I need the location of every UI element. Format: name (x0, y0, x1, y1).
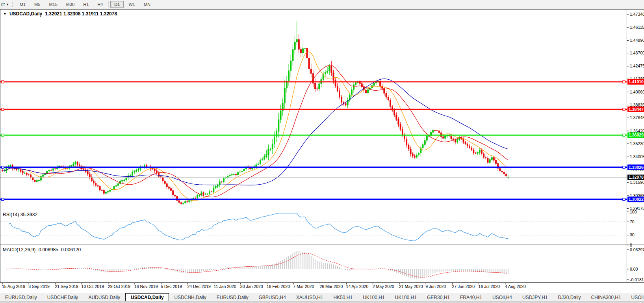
chart-tab-uk100-h1[interactable]: UK100,H1 (358, 293, 390, 301)
status-bar (0, 301, 644, 303)
timeframe-button-w1[interactable]: W1 (124, 1, 139, 8)
timeframe-button-m30[interactable]: M30 (62, 1, 78, 8)
timeframe-toolbar: ⇄ ▼ M1M5M15M30H1H4D1W1MN (0, 0, 644, 9)
chevron-down-icon[interactable]: ▼ (6, 3, 9, 6)
chart-tab-dj30-daily[interactable]: DJ30,Daily (553, 293, 586, 301)
trading-platform-window: ⇄ ▼ M1M5M15M30H1H4D1W1MN 1.473401.461151… (0, 0, 644, 303)
chart-tab-eurusd-daily[interactable]: EURUSD,Daily (212, 293, 254, 301)
symbol-period-label: USDCAD,Daily (9, 11, 42, 17)
chart-cursor-tool-icon[interactable]: ⇄ (1, 0, 5, 8)
chart-tab-usdcnh-daily[interactable]: USDCNH,Daily (169, 293, 211, 301)
chart-tab-bar: EURUSD,DailyUSDCHF,DailyAUDUSD,DailyUSDC… (0, 293, 644, 301)
symbol-dropdown-icon[interactable]: ▼ (3, 12, 7, 16)
chart-tab-usdjpy-h1[interactable]: USDJPY,H1 (517, 293, 553, 301)
chart-tab-xauusd-h1[interactable]: XAUUSD,H1 (291, 293, 328, 301)
chart-title: ▼USDCAD,Daily1.32021 1.32308 1.31911 1.3… (3, 11, 117, 17)
timeframe-button-h1[interactable]: H1 (79, 1, 93, 8)
timeframe-button-m15[interactable]: M15 (45, 1, 61, 8)
chart-tab-ger30-h1[interactable]: GER30,H1 (422, 293, 455, 301)
macd-indicator-label: MACD(12,26,9) -0.006985 -0.006120 (3, 247, 81, 252)
toolbar-separator (108, 1, 109, 7)
chart-tab-gbpusd-h4[interactable]: GBPUSD,H4 (253, 293, 291, 301)
chart-area[interactable] (0, 9, 644, 290)
chart-tab-usoil-h4[interactable]: USOil,H4 (487, 293, 517, 301)
timeframe-button-mn[interactable]: MN (140, 1, 154, 8)
chart-tab-usoil-h1[interactable]: USOil,H1 (626, 293, 644, 301)
chart-tab-uk100-h1[interactable]: UK100,H1 (390, 293, 422, 301)
chart-tab-audusd-daily[interactable]: AUDUSD,Daily (83, 293, 125, 301)
ohlc-quote-label: 1.32021 1.32308 1.31911 1.32078 (45, 11, 117, 17)
timeframe-button-m1[interactable]: M1 (16, 1, 30, 8)
rsi-indicator-label: RSI(14) 35.3932 (3, 212, 37, 217)
timeframe-button-m5[interactable]: M5 (30, 1, 44, 8)
timeframe-buttons: M1M5M15M30H1H4D1W1MN (15, 1, 155, 8)
chart-tab-china300-h1[interactable]: CHINA300,H1 (586, 293, 626, 301)
chart-tab-hk50-h1[interactable]: HK50,H1 (328, 293, 358, 301)
timeframe-button-h4[interactable]: H4 (93, 1, 107, 8)
toolbar-grip (12, 2, 13, 7)
chart-tab-fra40-h1[interactable]: FRA40,H1 (455, 293, 487, 301)
timeframe-button-d1[interactable]: D1 (110, 1, 124, 8)
chart-tab-usdchf-daily[interactable]: USDCHF,Daily (42, 293, 84, 301)
chart-tab-eurusd-daily[interactable]: EURUSD,Daily (0, 293, 42, 301)
chart-tab-usdcad-daily[interactable]: USDCAD,Daily (125, 293, 169, 301)
